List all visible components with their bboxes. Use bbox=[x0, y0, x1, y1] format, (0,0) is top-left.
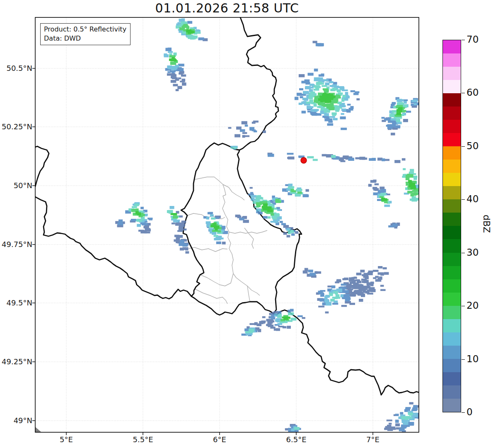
x-axis-tick-label: 5.5°E bbox=[118, 435, 168, 444]
echo-cell bbox=[423, 409, 428, 412]
echo-cell bbox=[240, 218, 244, 220]
echo-cell bbox=[381, 189, 386, 192]
echo-cell bbox=[215, 217, 220, 219]
echo-cell bbox=[267, 324, 272, 326]
echo-cell bbox=[290, 318, 296, 321]
echo-cell bbox=[364, 280, 367, 282]
echo-cell bbox=[357, 294, 363, 295]
echo-cell bbox=[406, 416, 411, 418]
echo-cell bbox=[380, 289, 386, 291]
colorbar-band bbox=[443, 266, 461, 279]
echo-cell bbox=[303, 271, 308, 274]
info-data-line: Data: DWD bbox=[44, 34, 126, 43]
colorbar-tick-label: 20 bbox=[467, 300, 479, 311]
echo-cell bbox=[287, 153, 294, 155]
info-product-line: Product: 0.5° Reflectivity bbox=[44, 25, 126, 34]
echo-cell bbox=[380, 285, 384, 287]
echo-cell bbox=[314, 69, 318, 72]
echo-cell bbox=[346, 297, 351, 300]
echo-cell bbox=[295, 231, 298, 234]
echo-cell bbox=[329, 108, 334, 110]
echo-cell bbox=[274, 329, 279, 331]
echo-cell bbox=[370, 287, 375, 290]
echo-cell bbox=[411, 100, 416, 102]
echo-cell bbox=[216, 242, 221, 244]
echo-cell bbox=[245, 135, 249, 137]
country-border bbox=[181, 143, 302, 315]
echo-cell bbox=[409, 175, 413, 178]
echo-cell bbox=[314, 104, 317, 107]
colorbar-band bbox=[443, 213, 461, 226]
echo-cell bbox=[324, 97, 328, 99]
echo-cell bbox=[351, 90, 355, 92]
echo-cell bbox=[267, 319, 273, 321]
colorbar-band bbox=[443, 279, 461, 293]
echo-cell bbox=[400, 412, 403, 414]
echo-cell bbox=[341, 294, 343, 297]
echo-cell bbox=[297, 191, 302, 194]
colorbar-band bbox=[443, 80, 461, 93]
admin-border bbox=[200, 274, 233, 286]
echo-cell bbox=[384, 272, 389, 275]
echo-cell bbox=[283, 317, 288, 320]
echo-cell bbox=[378, 272, 384, 275]
echo-cell bbox=[135, 203, 139, 206]
echo-cell bbox=[382, 117, 385, 119]
echo-cell bbox=[146, 228, 150, 231]
echo-cell bbox=[294, 427, 300, 430]
colorbar-band bbox=[443, 67, 461, 80]
echo-cell bbox=[406, 177, 410, 180]
echo-cell bbox=[256, 208, 261, 211]
y-axis-tick-label: 50.25°N bbox=[0, 122, 32, 131]
echo-cell bbox=[184, 24, 188, 27]
echo-cell bbox=[251, 199, 256, 201]
echo-cell bbox=[177, 86, 182, 89]
echo-cell bbox=[274, 311, 278, 314]
echo-cell bbox=[173, 68, 178, 69]
echo-cell bbox=[413, 189, 419, 192]
echo-cell bbox=[250, 192, 253, 195]
echo-cell bbox=[353, 93, 359, 95]
echo-cell bbox=[408, 180, 412, 183]
colorbar-tick-label: 70 bbox=[467, 34, 479, 45]
colorbar-tick-label: 50 bbox=[467, 140, 479, 151]
country-border bbox=[35, 146, 49, 186]
colorbar-band bbox=[443, 186, 461, 199]
echo-cell bbox=[359, 299, 363, 302]
echo-cell bbox=[409, 402, 413, 404]
echo-cell bbox=[281, 223, 286, 225]
echo-cell bbox=[402, 421, 405, 423]
echo-cell bbox=[392, 102, 396, 104]
echo-cell bbox=[182, 243, 188, 247]
admin-border bbox=[233, 274, 260, 295]
echo-cell bbox=[208, 212, 213, 215]
echo-cell bbox=[144, 232, 150, 234]
echo-cell bbox=[277, 209, 281, 211]
echo-cell bbox=[358, 286, 363, 288]
admin-border bbox=[223, 184, 244, 200]
echo-cell bbox=[324, 300, 329, 303]
echo-cell bbox=[309, 95, 315, 97]
echo-cell bbox=[372, 187, 377, 189]
echo-cell bbox=[351, 285, 357, 287]
echo-cell bbox=[378, 266, 382, 269]
y-axis-tick-label: 49.25°N bbox=[0, 357, 32, 366]
echo-cell bbox=[169, 206, 174, 209]
corner-wedge bbox=[35, 427, 41, 432]
colorbar-band bbox=[443, 306, 461, 319]
echo-cell bbox=[306, 189, 309, 191]
echo-cell bbox=[271, 221, 275, 223]
echo-cell bbox=[299, 88, 303, 90]
echo-cell bbox=[340, 286, 344, 288]
echo-cell bbox=[167, 73, 172, 76]
echo-cell bbox=[343, 155, 349, 159]
echo-cell bbox=[173, 84, 178, 86]
echo-cell bbox=[193, 36, 197, 39]
echo-cell bbox=[331, 98, 334, 99]
colorbar bbox=[442, 40, 461, 412]
echo-cell bbox=[345, 92, 348, 95]
echo-cell bbox=[390, 124, 395, 127]
echo-cell bbox=[313, 159, 318, 161]
echo-cell bbox=[228, 127, 232, 129]
echo-cell bbox=[174, 220, 180, 221]
